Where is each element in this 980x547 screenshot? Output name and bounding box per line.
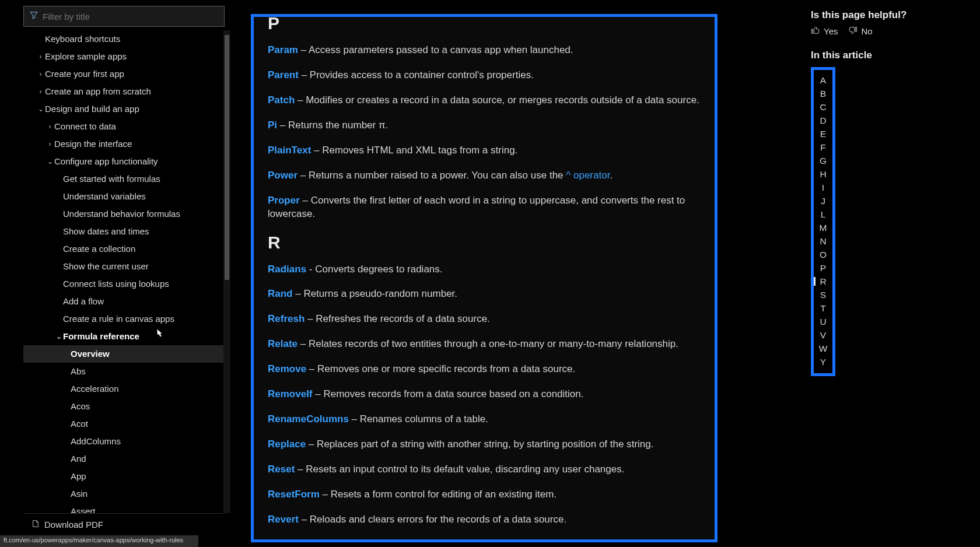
sidebar-item[interactable]: ⌄Formula reference bbox=[23, 328, 230, 345]
alpha-link[interactable]: H bbox=[814, 167, 832, 181]
function-link[interactable]: Refresh bbox=[268, 313, 304, 324]
function-link[interactable]: Proper bbox=[268, 195, 300, 206]
function-link[interactable]: Replace bbox=[268, 439, 306, 450]
alpha-link[interactable]: C bbox=[814, 100, 832, 114]
alpha-link[interactable]: N bbox=[814, 234, 832, 248]
function-link[interactable]: PlainText bbox=[268, 145, 311, 156]
sidebar-item[interactable]: Acot bbox=[23, 415, 230, 433]
function-desc: – Removes records from a data source bas… bbox=[313, 388, 584, 399]
alpha-link[interactable]: F bbox=[814, 141, 832, 154]
sidebar-item[interactable]: ›Create an app from scratch bbox=[23, 83, 230, 100]
sidebar-item-label: Create a rule in canvas apps bbox=[63, 311, 174, 327]
sidebar-item[interactable]: Create a collection bbox=[23, 240, 230, 258]
sidebar-item[interactable]: Acceleration bbox=[23, 380, 230, 398]
sidebar-item[interactable]: Acos bbox=[23, 398, 230, 415]
sidebar-item[interactable]: Show the current user bbox=[23, 258, 230, 275]
function-desc: – Modifies or creates a record in a data… bbox=[295, 94, 699, 106]
sidebar-item-label: Design the interface bbox=[54, 136, 132, 152]
function-link[interactable]: Param bbox=[268, 44, 298, 55]
sidebar-item[interactable]: Create a rule in canvas apps bbox=[23, 310, 230, 328]
function-link[interactable]: Remove bbox=[268, 363, 306, 374]
nav-scrollbar-thumb[interactable] bbox=[225, 35, 229, 280]
main-content: PParam – Access parameters passed to a c… bbox=[233, 0, 811, 547]
vote-yes-label: Yes bbox=[824, 26, 838, 36]
vote-row: Yes No bbox=[811, 26, 968, 37]
function-link[interactable]: Relate bbox=[268, 338, 298, 349]
alpha-link[interactable]: P bbox=[814, 261, 832, 275]
sidebar-item[interactable]: Keyboard shortcuts bbox=[23, 30, 230, 48]
sidebar-item-label: And bbox=[71, 451, 86, 467]
function-link[interactable]: RenameColumns bbox=[268, 413, 349, 425]
sidebar-item[interactable]: ›Design the interface bbox=[23, 135, 230, 153]
alpha-link[interactable]: G bbox=[814, 154, 832, 167]
alpha-link[interactable]: D bbox=[814, 114, 832, 127]
download-pdf-button[interactable]: Download PDF bbox=[23, 513, 225, 535]
sidebar-item[interactable]: ›Create your first app bbox=[23, 65, 230, 83]
vote-no-button[interactable]: No bbox=[848, 26, 872, 37]
function-link[interactable]: RGBA bbox=[268, 539, 297, 542]
function-desc: – Returns a color value for a set of red… bbox=[297, 539, 632, 542]
function-link[interactable]: Pi bbox=[268, 120, 277, 131]
sidebar-item-label: Keyboard shortcuts bbox=[45, 31, 120, 47]
function-link[interactable]: ResetForm bbox=[268, 489, 320, 500]
nav-scrollbar-track[interactable] bbox=[223, 30, 230, 513]
status-bar: ft.com/en-us/powerapps/maker/canvas-apps… bbox=[0, 535, 198, 547]
sidebar-item[interactable]: App bbox=[23, 468, 230, 485]
sidebar-item[interactable]: Understand variables bbox=[23, 188, 230, 205]
function-link[interactable]: Reset bbox=[268, 464, 295, 475]
sidebar-item[interactable]: Asin bbox=[23, 485, 230, 503]
function-entry: Radians - Converts degrees to radians. bbox=[268, 263, 701, 276]
alpha-link[interactable]: L bbox=[814, 208, 832, 221]
helpful-title: Is this page helpful? bbox=[811, 9, 968, 21]
function-link[interactable]: Power bbox=[268, 170, 298, 181]
function-link[interactable]: Revert bbox=[268, 514, 299, 525]
sidebar-item[interactable]: Assert bbox=[23, 503, 230, 513]
alpha-link[interactable]: B bbox=[814, 87, 832, 100]
sidebar-item[interactable]: ⌄Configure app functionality bbox=[23, 153, 230, 170]
alpha-link[interactable]: U bbox=[814, 315, 832, 328]
function-entry: ResetForm – Resets a form control for ed… bbox=[268, 488, 701, 502]
alpha-link[interactable]: R bbox=[814, 275, 832, 288]
sidebar-item-label: Acceleration bbox=[71, 381, 119, 397]
thumbs-down-icon bbox=[848, 26, 858, 37]
function-link[interactable]: Patch bbox=[268, 94, 295, 106]
sidebar-item-label: Connect lists using lookups bbox=[63, 276, 169, 292]
sidebar-item-label: Create your first app bbox=[45, 66, 124, 82]
alpha-link[interactable]: Y bbox=[814, 355, 832, 369]
sidebar-item[interactable]: Understand behavior formulas bbox=[23, 205, 230, 223]
sidebar-item[interactable]: Get started with formulas bbox=[23, 170, 230, 188]
sidebar-item[interactable]: And bbox=[23, 450, 230, 468]
vote-yes-button[interactable]: Yes bbox=[811, 26, 838, 37]
alpha-link[interactable]: A bbox=[814, 73, 832, 87]
alpha-link[interactable]: O bbox=[814, 248, 832, 261]
alpha-link[interactable]: S bbox=[814, 288, 832, 301]
alpha-link[interactable]: I bbox=[814, 181, 832, 194]
sidebar-item-label: Acos bbox=[71, 398, 90, 415]
filter-box[interactable] bbox=[23, 6, 225, 27]
function-link[interactable]: RemoveIf bbox=[268, 388, 313, 399]
alpha-link[interactable]: V bbox=[814, 328, 832, 342]
sidebar-item[interactable]: ›Explore sample apps bbox=[23, 48, 230, 65]
function-desc: – Returns a pseudo-random number. bbox=[293, 288, 458, 299]
inline-link[interactable]: ^ operator bbox=[566, 170, 610, 181]
function-link[interactable]: Rand bbox=[268, 288, 293, 299]
sidebar-item-label: App bbox=[71, 468, 86, 485]
sidebar-item[interactable]: Abs bbox=[23, 363, 230, 380]
sidebar-item[interactable]: ›Connect to data bbox=[23, 118, 230, 135]
filter-input[interactable] bbox=[38, 12, 218, 22]
sidebar-item[interactable]: AddColumns bbox=[23, 433, 230, 450]
alpha-link[interactable]: J bbox=[814, 194, 832, 208]
alpha-link[interactable]: T bbox=[814, 301, 832, 315]
alpha-link[interactable]: W bbox=[814, 342, 832, 355]
sidebar-item[interactable]: Add a flow bbox=[23, 293, 230, 310]
thumbs-up-icon bbox=[811, 26, 820, 37]
sidebar-item[interactable]: Overview bbox=[23, 345, 230, 363]
function-entry: Power – Returns a number raised to a pow… bbox=[268, 169, 701, 183]
sidebar-item[interactable]: Connect lists using lookups bbox=[23, 275, 230, 293]
sidebar-item[interactable]: Show dates and times bbox=[23, 223, 230, 240]
function-link[interactable]: Radians bbox=[268, 264, 306, 275]
function-link[interactable]: Parent bbox=[268, 69, 299, 80]
alpha-link[interactable]: E bbox=[814, 127, 832, 141]
alpha-link[interactable]: M bbox=[814, 221, 832, 234]
sidebar-item[interactable]: ⌄Design and build an app bbox=[23, 100, 230, 118]
